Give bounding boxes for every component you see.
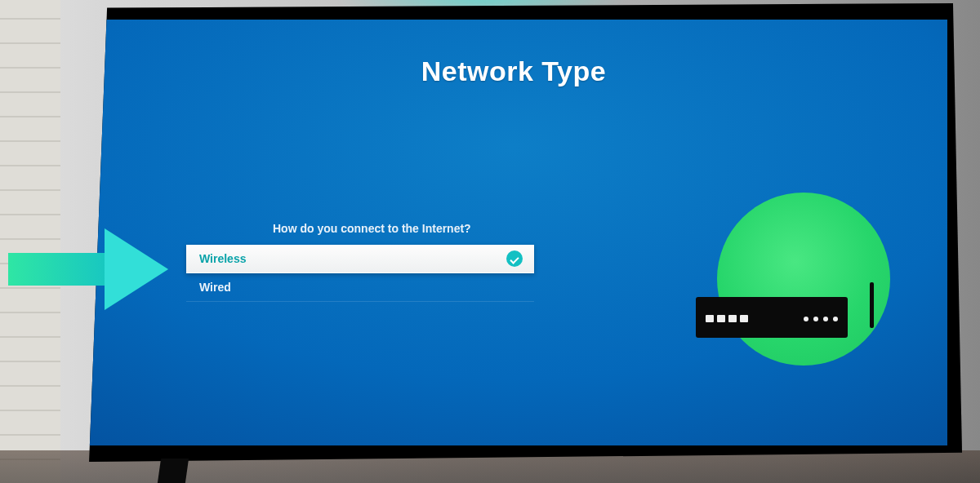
tv-stand: [158, 459, 189, 483]
annotation-arrow-icon: [8, 228, 188, 312]
tv-screen: Network Type How do you connect to the I…: [80, 20, 947, 445]
option-wired[interactable]: Wired: [186, 273, 534, 302]
option-wireless[interactable]: Wireless: [186, 245, 534, 273]
router-icon: [696, 297, 848, 338]
tv-bezel: Network Type How do you connect to the I…: [62, 3, 962, 462]
option-label-wired: Wired: [199, 281, 231, 294]
check-icon: [506, 250, 523, 267]
photo-background: Network Type How do you connect to the I…: [0, 0, 980, 483]
illustration-circle: [717, 193, 890, 366]
page-title: Network Type: [80, 55, 947, 87]
router-antenna-icon: [870, 282, 874, 328]
network-type-options: Wireless Wired: [186, 245, 534, 302]
prompt-text: How do you connect to the Internet?: [273, 222, 471, 235]
option-label-wireless: Wireless: [199, 252, 246, 265]
